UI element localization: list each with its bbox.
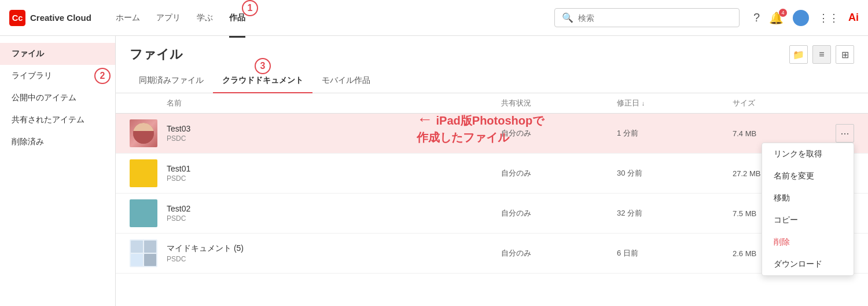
content-header: ファイル 📁 ≡ ⊞ — [116, 36, 868, 64]
sidebar-item-files[interactable]: ファイル — [0, 43, 115, 65]
sidebar-item-published[interactable]: 公開中のアイテム — [0, 87, 115, 109]
sidebar-item-shared[interactable]: 共有されたアイテム — [0, 109, 115, 131]
file-name-1: Test01 — [167, 164, 501, 173]
notification-button[interactable]: 🔔 4 — [769, 11, 784, 25]
file-name-0: Test03 — [167, 124, 501, 133]
list-view-button[interactable]: ≡ — [812, 45, 831, 64]
col-header-date: 修正日 — [617, 99, 639, 107]
table-row: Test02 PSDC 自分のみ 32 分前 7.5 MB ··· — [116, 194, 868, 234]
sidebar-item-deleted[interactable]: 削除済み — [0, 131, 115, 153]
page-title: ファイル — [130, 46, 183, 63]
file-info-3: マイドキュメント (5) PSDC — [167, 243, 501, 263]
file-name-3: マイドキュメント (5) — [167, 243, 501, 254]
folder-icon: 📁 — [793, 49, 804, 60]
content-tabs: 同期済みファイル クラウドドキュメント 3 モバイル作品 — [116, 68, 868, 93]
cc-logo-icon: Cc — [9, 10, 25, 26]
search-input[interactable] — [578, 13, 732, 23]
folder-view-button[interactable]: 📁 — [789, 45, 808, 64]
nav-learn[interactable]: 学ぶ — [197, 10, 213, 26]
help-icon: ? — [753, 11, 760, 24]
context-menu: リンクを取得 名前を変更 移動 コピー 削除 ダウンロード — [762, 143, 854, 276]
app-logo: Cc Creative Cloud — [9, 10, 102, 26]
menu-item-move[interactable]: 移動 — [762, 187, 854, 209]
menu-item-download[interactable]: ダウンロード — [762, 253, 854, 275]
file-thumbnail-1 — [130, 159, 157, 187]
col-header-name: 名前 — [167, 99, 182, 107]
search-icon: 🔍 — [562, 12, 573, 23]
view-toggles: 📁 ≡ ⊞ — [789, 45, 854, 64]
file-share-2: 自分のみ — [501, 208, 617, 218]
file-date-3: 6 日前 — [617, 248, 733, 258]
sort-arrow-icon: ↓ — [642, 100, 645, 107]
menu-item-rename[interactable]: 名前を変更 — [762, 165, 854, 187]
file-info-2: Test02 PSDC — [167, 204, 501, 223]
file-type-3: PSDC — [167, 255, 501, 263]
table-row: Test03 PSDC 自分のみ 1 分前 7.4 MB ··· リンクを取得 … — [116, 114, 868, 154]
app-name: Creative Cloud — [30, 13, 91, 23]
menu-item-delete[interactable]: 削除 — [762, 231, 854, 253]
sidebar-item-library[interactable]: ライブラリ 2 — [0, 65, 115, 87]
col-header-share: 共有状況 — [501, 99, 531, 107]
file-thumbnail-3 — [130, 239, 157, 267]
file-thumbnail-0 — [130, 119, 157, 147]
user-avatar[interactable] — [793, 10, 809, 26]
file-type-1: PSDC — [167, 174, 501, 183]
file-size-0: 7.4 MB — [733, 129, 819, 138]
nav-works[interactable]: 作品 1 — [229, 10, 245, 26]
file-type-2: PSDC — [167, 214, 501, 223]
tab-cloud-documents[interactable]: クラウドドキュメント 3 — [213, 68, 312, 93]
main-nav: ホーム アプリ 学ぶ 作品 1 — [116, 10, 540, 26]
nav-apps[interactable]: アプリ — [156, 10, 181, 26]
file-date-1: 30 分前 — [617, 168, 733, 178]
file-type-0: PSDC — [167, 134, 501, 143]
grid-icon: ⊞ — [841, 49, 849, 60]
notification-badge: 4 — [779, 9, 787, 17]
more-button-0[interactable]: ··· — [836, 124, 854, 143]
menu-item-copy[interactable]: コピー — [762, 209, 854, 231]
file-date-2: 32 分前 — [617, 208, 733, 218]
file-share-1: 自分のみ — [501, 168, 617, 178]
table-header: 名前 共有状況 修正日 ↓ サイズ — [116, 93, 868, 114]
grid-view-button[interactable]: ⊞ — [836, 45, 854, 64]
nav-home[interactable]: ホーム — [116, 10, 140, 26]
file-info-0: Test03 PSDC — [167, 124, 501, 143]
file-info-1: Test01 PSDC — [167, 164, 501, 183]
main-layout: ファイル ライブラリ 2 公開中のアイテム 共有されたアイテム 削除済み ファイ… — [0, 36, 868, 306]
file-date-0: 1 分前 — [617, 128, 733, 139]
tab-mobile-works[interactable]: モバイル作品 — [312, 68, 380, 93]
table-row: Test01 PSDC 自分のみ 30 分前 27.2 MB ··· — [116, 154, 868, 194]
file-thumbnail-2 — [130, 199, 157, 227]
sidebar: ファイル ライブラリ 2 公開中のアイテム 共有されたアイテム 削除済み — [0, 36, 116, 306]
annotation-2: 2 — [94, 68, 111, 84]
file-share-0: 自分のみ — [501, 128, 617, 139]
tab-synced-files[interactable]: 同期済みファイル — [130, 68, 213, 93]
table-row: マイドキュメント (5) PSDC 自分のみ 6 日前 2.6 MB ··· — [116, 234, 868, 274]
search-bar[interactable]: 🔍 — [554, 8, 740, 27]
help-button[interactable]: ? — [753, 11, 760, 24]
file-share-3: 自分のみ — [501, 248, 617, 258]
annotation-1: 1 — [242, 0, 258, 16]
content-area: ファイル 📁 ≡ ⊞ 同期済みファイル クラウドドキュメント 3 — [116, 36, 868, 306]
file-table: 名前 共有状況 修正日 ↓ サイズ — [116, 93, 868, 306]
header-actions: ? 🔔 4 ⋮⋮ Ai — [753, 10, 859, 26]
menu-item-get-link[interactable]: リンクを取得 — [762, 143, 854, 165]
annotation-3: 3 — [255, 58, 271, 74]
file-name-2: Test02 — [167, 204, 501, 213]
adobe-logo-button[interactable]: Ai — [848, 12, 859, 24]
col-header-size: サイズ — [733, 99, 755, 107]
list-icon: ≡ — [819, 49, 824, 60]
app-header: Cc Creative Cloud ホーム アプリ 学ぶ 作品 1 🔍 ? 🔔 … — [0, 0, 868, 36]
svg-text:Cc: Cc — [12, 13, 23, 23]
apps-grid-button[interactable]: ⋮⋮ — [818, 12, 839, 24]
